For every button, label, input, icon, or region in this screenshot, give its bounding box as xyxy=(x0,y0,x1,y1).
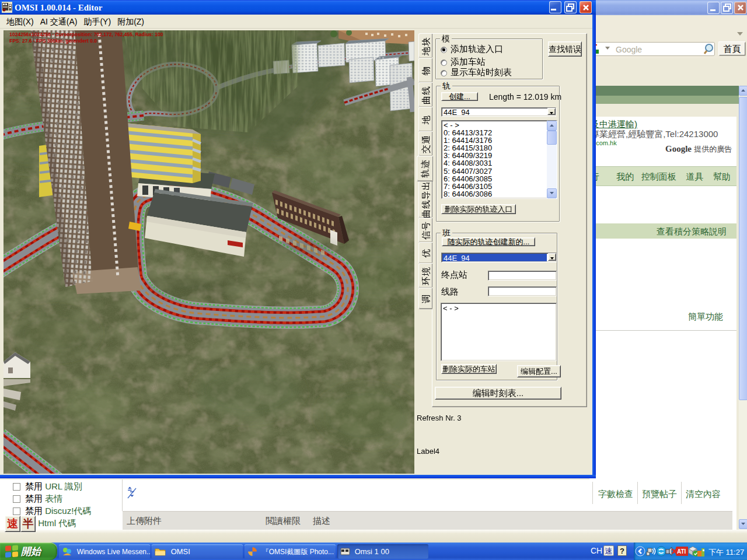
svg-text:ATI: ATI xyxy=(677,548,686,555)
svg-text:FPS: 27.6 - FPS 300km: gerende: FPS: 27.6 - FPS 300km: gerendert 0.0 xyxy=(9,38,97,44)
svg-text:1024256x1024256 - Cursorpositi: 1024256x1024256 - Cursorposition: 702,17… xyxy=(9,32,163,37)
